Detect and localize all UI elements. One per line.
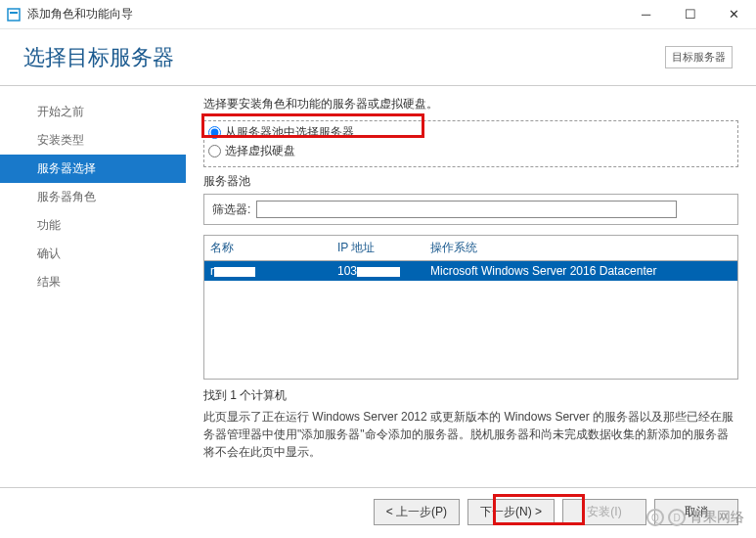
sidebar-item-server-selection[interactable]: 服务器选择 xyxy=(0,155,186,183)
redacted-name xyxy=(214,267,255,277)
selection-mode-group: 从服务器池中选择服务器 选择虚拟硬盘 xyxy=(203,120,738,167)
grid-header: 名称 IP 地址 操作系统 xyxy=(204,236,737,261)
radio-server-pool[interactable]: 从服务器池中选择服务器 xyxy=(208,123,734,142)
svg-rect-1 xyxy=(10,12,18,14)
sidebar-item-confirm[interactable]: 确认 xyxy=(0,240,186,268)
app-icon xyxy=(6,7,22,22)
watermark-icon-d: D xyxy=(668,509,686,526)
sidebar-item-server-roles[interactable]: 服务器角色 xyxy=(0,183,186,211)
watermark: Q D 青果网络 xyxy=(646,509,744,526)
footer: < 上一步(P) 下一步(N) > 安装(I) 取消 Q D 青果网络 xyxy=(0,487,756,536)
radio-server-pool-input[interactable] xyxy=(208,126,221,139)
cell-os: Microsoft Windows Server 2016 Datacenter xyxy=(424,261,737,281)
target-server-box: 目标服务器 xyxy=(665,46,733,68)
col-name[interactable]: 名称 xyxy=(204,236,332,260)
minimize-button[interactable]: ─ xyxy=(624,0,668,29)
watermark-icon-q: Q xyxy=(646,509,664,526)
install-button: 安装(I) xyxy=(562,499,646,525)
sidebar-item-features[interactable]: 功能 xyxy=(0,211,186,240)
radio-vhd-label: 选择虚拟硬盘 xyxy=(225,143,295,159)
redacted-ip xyxy=(357,267,400,277)
svg-rect-0 xyxy=(8,9,20,21)
filter-input[interactable] xyxy=(256,201,677,218)
server-pool-label: 服务器池 xyxy=(203,173,738,190)
col-os[interactable]: 操作系统 xyxy=(424,236,737,260)
server-grid: 名称 IP 地址 操作系统 r 103 Microsoft Windows Se… xyxy=(203,235,738,380)
main-panel: 选择要安装角色和功能的服务器或虚拟硬盘。 从服务器池中选择服务器 选择虚拟硬盘 … xyxy=(186,86,756,487)
page-title: 选择目标服务器 xyxy=(23,43,174,72)
filter-label: 筛选器: xyxy=(212,202,250,218)
close-button[interactable]: ✕ xyxy=(712,0,756,29)
grid-row-selected[interactable]: r 103 Microsoft Windows Server 2016 Data… xyxy=(204,261,737,281)
titlebar: 添加角色和功能向导 ─ ☐ ✕ xyxy=(0,0,756,29)
sidebar-item-results[interactable]: 结果 xyxy=(0,268,186,296)
radio-vhd[interactable]: 选择虚拟硬盘 xyxy=(208,142,734,160)
filter-row: 筛选器: xyxy=(203,194,738,225)
maximize-button[interactable]: ☐ xyxy=(668,0,712,29)
radio-vhd-input[interactable] xyxy=(208,145,221,157)
cell-name: r xyxy=(204,261,332,281)
description-text: 此页显示了正在运行 Windows Server 2012 或更新版本的 Win… xyxy=(203,408,738,461)
col-ip[interactable]: IP 地址 xyxy=(332,236,424,260)
next-button[interactable]: 下一步(N) > xyxy=(467,499,555,525)
radio-server-pool-label: 从服务器池中选择服务器 xyxy=(225,124,354,141)
body: 开始之前 安装类型 服务器选择 服务器角色 功能 确认 结果 选择要安装角色和功… xyxy=(0,86,756,487)
found-count: 找到 1 个计算机 xyxy=(203,387,738,404)
instruction-text: 选择要安装角色和功能的服务器或虚拟硬盘。 xyxy=(203,96,738,112)
sidebar-item-before-begin[interactable]: 开始之前 xyxy=(0,98,186,126)
sidebar-item-install-type[interactable]: 安装类型 xyxy=(0,126,186,155)
watermark-text: 青果网络 xyxy=(689,509,744,526)
window-title: 添加角色和功能向导 xyxy=(27,6,624,22)
prev-button[interactable]: < 上一步(P) xyxy=(374,499,460,525)
sidebar: 开始之前 安装类型 服务器选择 服务器角色 功能 确认 结果 xyxy=(0,86,186,487)
header: 选择目标服务器 目标服务器 xyxy=(0,29,756,86)
cell-ip: 103 xyxy=(332,261,424,281)
